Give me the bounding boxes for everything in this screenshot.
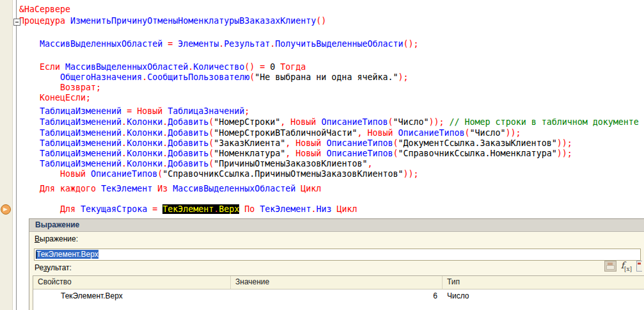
- code-line: ТаблицаИзменений = Новый ТаблицаЗначений…: [19, 106, 249, 117]
- fx-subscript: [x]: [624, 266, 632, 272]
- code-line: &НаСервере: [19, 4, 70, 15]
- code-editor-window: &НаСервереПроцедура ИзменитьПричинуОтмен…: [0, 0, 644, 310]
- code-line: Для ТекущаяСтрока = ТекЭлемент.Верх По Т…: [19, 204, 357, 215]
- code-line: ТаблицаИзменений.Колонки.Добавить("Причи…: [19, 159, 372, 169]
- clipped-toolbar-icon[interactable]: [636, 261, 642, 272]
- code-line: ТаблицаИзменений.Колонки.Добавить("Заказ…: [19, 138, 572, 149]
- code-line: Если МассивВыделенныхОбластей.Количество…: [19, 62, 306, 72]
- column-header-value[interactable]: Значение: [231, 276, 443, 289]
- label-mnemonic: В: [35, 234, 40, 243]
- result-label: Результат:: [35, 263, 72, 272]
- row-value: 6: [231, 290, 443, 302]
- code-line: ТаблицаИзменений.Колонки.Добавить("Номер…: [19, 117, 639, 127]
- row-type: Число: [443, 290, 644, 302]
- fold-collapse-icon[interactable]: [13, 19, 20, 26]
- code-line: Возврат;: [19, 83, 101, 93]
- code-line: КонецЕсли;: [19, 93, 91, 103]
- table-row[interactable]: ТекЭлемент.Верх 6 Число: [33, 290, 644, 302]
- expression-input[interactable]: ТекЭлемент.Верх: [34, 249, 641, 261]
- label-text: ыражение:: [40, 234, 78, 243]
- code-line: Процедура ИзменитьПричинуОтменыНоменклат…: [19, 16, 326, 26]
- selected-expression-text: ТекЭлемент.Верх: [36, 250, 98, 259]
- current-line-arrow-icon: [1, 204, 11, 215]
- show-value-icon[interactable]: [604, 261, 617, 272]
- label-text: ультат:: [47, 263, 72, 272]
- column-header-type[interactable]: Тип: [443, 276, 644, 289]
- expression-field-label: Выражение:: [35, 234, 78, 243]
- fx-icon[interactable]: f[x]: [621, 260, 632, 272]
- result-table-header: Свойство Значение Тип: [33, 276, 644, 290]
- row-property: ТекЭлемент.Верх: [33, 290, 231, 302]
- code-line: Новый ОписаниеТипов("СправочникСсылка.Пр…: [19, 169, 418, 179]
- expression-panel-title: Выражение: [29, 219, 644, 232]
- code-line: ТаблицаИзменений.Колонки.Добавить("Номен…: [19, 149, 572, 159]
- code-line: ТаблицаИзменений.Колонки.Добавить("Номер…: [19, 128, 521, 138]
- code-line: ОбщегоНазначения.СообщитьПользователю("Н…: [19, 72, 408, 83]
- code-editor[interactable]: &НаСервереПроцедура ИзменитьПричинуОтмен…: [0, 0, 644, 218]
- result-toolbar: f[x]: [604, 260, 642, 272]
- code-line: Для каждого ТекЭлемент Из МассивВыделенн…: [19, 184, 321, 194]
- code-line: МассивВыделенныхОбластей = Элементы.Резу…: [19, 39, 419, 49]
- label-text: Ре: [35, 263, 43, 272]
- expression-panel: Выражение Выражение: ТекЭлемент.Верх Рез…: [29, 218, 644, 310]
- result-table: Свойство Значение Тип ТекЭлемент.Верх 6 …: [33, 275, 644, 310]
- column-header-property[interactable]: Свойство: [33, 276, 231, 289]
